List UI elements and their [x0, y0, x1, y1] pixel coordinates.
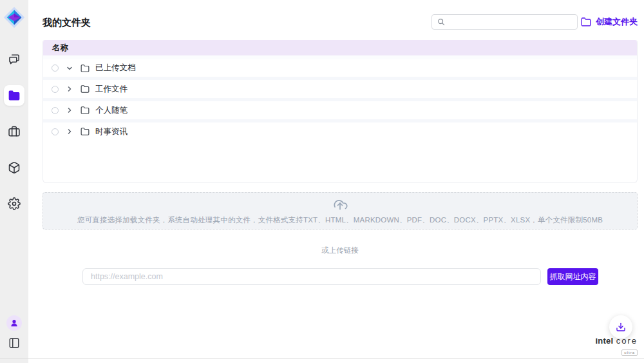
search-input[interactable]: [449, 17, 572, 26]
app-window: 我的文件夹 创建文件夹 名称 已上传文档工作文件个人随笔时事资讯 您可直接选择加…: [0, 0, 644, 363]
sidebar-item-package[interactable]: [4, 157, 24, 178]
sidebar-item-briefcase[interactable]: [4, 121, 24, 142]
package-icon: [8, 161, 21, 174]
sidebar: [0, 0, 28, 363]
folder-icon: [80, 64, 90, 73]
folder-rows: 已上传文档工作文件个人随笔时事资讯: [43, 55, 637, 141]
sidebar-item-folders[interactable]: [4, 85, 24, 106]
search-icon: [437, 18, 445, 26]
table-row[interactable]: 工作文件: [43, 77, 637, 98]
folder-name: 已上传文档: [95, 63, 136, 74]
briefcase-icon: [8, 125, 21, 138]
row-checkbox[interactable]: [52, 64, 59, 72]
folder-icon: [80, 84, 90, 93]
folder-name: 工作文件: [95, 84, 128, 95]
upload-dropzone[interactable]: 您可直接选择加载文件夹，系统自动处理其中的文件，文件格式支持TXT、HTML、M…: [43, 192, 638, 230]
app-logo-gem-icon[interactable]: [2, 5, 26, 30]
create-folder-button[interactable]: 创建文件夹: [581, 16, 638, 28]
or-upload-link-label: 或上传链接: [43, 246, 638, 255]
chevron-down-icon[interactable]: [66, 64, 73, 72]
url-input[interactable]: [82, 268, 541, 285]
cloud-upload-icon: [332, 197, 348, 213]
table-row[interactable]: 时事资讯: [43, 119, 637, 141]
folder-icon: [8, 89, 21, 102]
sidebar-item-settings[interactable]: [4, 193, 24, 214]
table-row[interactable]: 个人随笔: [43, 98, 637, 119]
user-icon: [10, 319, 19, 328]
folder-icon: [80, 127, 90, 136]
intel-core-logo: intel core ultra: [596, 335, 638, 356]
gear-icon: [8, 197, 21, 210]
sidebar-item-chat[interactable]: [4, 49, 24, 70]
row-checkbox[interactable]: [52, 107, 59, 114]
intel-wordmark: intel: [596, 336, 614, 346]
table-row[interactable]: 已上传文档: [43, 55, 637, 77]
search-box: [431, 14, 578, 30]
upload-hint-text: 您可直接选择加载文件夹，系统自动处理其中的文件，文件格式支持TXT、HTML、M…: [77, 215, 603, 225]
fetch-url-button[interactable]: 抓取网址内容: [547, 268, 598, 285]
intel-ultra-badge: ultra: [621, 349, 638, 356]
chevron-right-icon[interactable]: [66, 128, 73, 135]
folder-icon: [80, 106, 90, 115]
folder-name: 时事资讯: [95, 126, 128, 137]
chevron-right-icon[interactable]: [66, 106, 73, 114]
create-folder-label: 创建文件夹: [596, 16, 638, 28]
table-header-name: 名称: [43, 40, 637, 55]
sidebar-footer: [6, 315, 22, 349]
panel-toggle-icon: [8, 337, 20, 349]
core-wordmark: core: [616, 336, 638, 346]
panel-toggle-button[interactable]: [8, 337, 20, 349]
sidebar-nav: [4, 49, 24, 214]
user-avatar[interactable]: [6, 315, 22, 331]
window-bottom-divider: [0, 358, 644, 359]
row-checkbox[interactable]: [52, 128, 59, 135]
download-icon: [616, 322, 626, 332]
chevron-right-icon[interactable]: [66, 85, 73, 93]
main-content: 我的文件夹 创建文件夹 名称 已上传文档工作文件个人随笔时事资讯 您可直接选择加…: [28, 0, 644, 363]
folder-table: 名称 已上传文档工作文件个人随笔时事资讯: [43, 40, 638, 183]
folder-plus-icon: [581, 17, 591, 27]
folder-name: 个人随笔: [95, 105, 128, 116]
chat-icon: [8, 53, 21, 66]
row-checkbox[interactable]: [52, 86, 59, 93]
page-title: 我的文件夹: [43, 17, 91, 29]
